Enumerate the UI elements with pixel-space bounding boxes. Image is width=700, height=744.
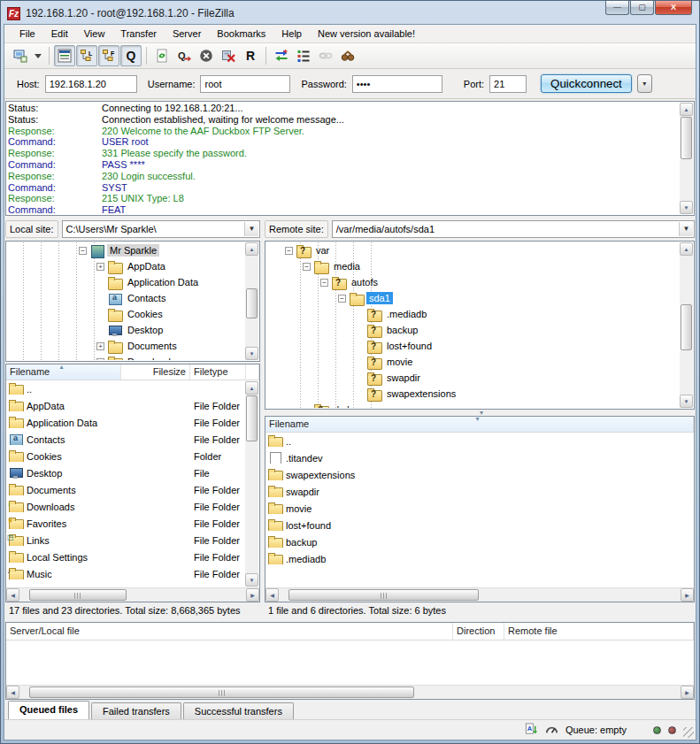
tree-item[interactable]: −media <box>266 258 680 274</box>
find-files-button[interactable] <box>337 45 358 66</box>
scroll-down-arrow-icon[interactable]: ▼ <box>245 347 258 360</box>
scroll-up-arrow-icon[interactable]: ▲ <box>245 242 258 256</box>
local-tree-scrollbar[interactable]: ▲ ▼ <box>245 242 258 360</box>
scroll-up-arrow-icon[interactable]: ▲ <box>680 103 693 116</box>
file-list-row[interactable]: ♪MusicFile Folder <box>6 565 246 582</box>
expander-toggle[interactable]: − <box>338 295 346 303</box>
tree-item[interactable]: −?autofs <box>266 274 680 290</box>
queue-column-header-direction[interactable]: Direction <box>453 623 504 640</box>
scroll-down-arrow-icon[interactable]: ▼ <box>245 573 258 587</box>
scroll-right-arrow-icon[interactable]: ▶ <box>246 588 259 602</box>
scroll-right-arrow-icon[interactable]: ▶ <box>681 686 694 699</box>
file-list-row[interactable]: .mediadb <box>265 550 694 567</box>
remote-list-hscrollbar[interactable]: ◀ ▶ <box>265 587 694 602</box>
tab-failed-transfers[interactable]: Failed transfers <box>91 702 181 719</box>
file-list-row[interactable]: ↓DownloadsFile Folder <box>6 498 246 515</box>
log-scroll-thumb[interactable] <box>681 117 692 159</box>
file-list-row[interactable]: ◳LinksFile Folder <box>6 532 246 548</box>
file-list-row[interactable]: ContactsFile Folder <box>6 431 246 448</box>
scroll-left-arrow-icon[interactable]: ◀ <box>265 588 279 602</box>
file-list-row[interactable]: AppDataFile Folder <box>6 397 246 414</box>
scroll-left-arrow-icon[interactable]: ◀ <box>6 686 19 699</box>
tree-item[interactable]: ?dvd <box>266 402 680 408</box>
queue-column-header-remote-file[interactable]: Remote file <box>504 623 694 640</box>
queue-hscrollbar[interactable]: ◀ ▶ <box>6 685 694 699</box>
column-header-filetype[interactable]: Filetype <box>190 364 246 380</box>
toggle-queue-view-button[interactable]: Q <box>120 45 142 66</box>
tree-item[interactable]: Application Data <box>7 274 245 290</box>
scroll-up-arrow-icon[interactable]: ▲ <box>245 381 258 395</box>
menu-item-transfer[interactable]: Transfer <box>112 27 165 41</box>
tree-item[interactable]: −sda1 <box>266 290 680 306</box>
tree-item[interactable]: Contacts <box>7 290 245 306</box>
local-list-scroll-thumb[interactable] <box>246 395 258 441</box>
tab-successful-transfers[interactable]: Successful transfers <box>183 702 294 719</box>
toggle-remote-tree-button[interactable]: F <box>98 45 119 66</box>
quickconnect-dropdown[interactable]: ▾ <box>637 74 652 93</box>
tree-item[interactable]: −Mr Sparkle <box>7 242 245 258</box>
menu-item-help[interactable]: Help <box>273 27 310 41</box>
resize-grip[interactable] <box>683 727 694 738</box>
expander-toggle[interactable]: − <box>79 247 87 255</box>
menu-item-new-version-available[interactable]: New version available! <box>310 27 423 41</box>
menu-item-edit[interactable]: Edit <box>43 27 76 41</box>
expander-toggle[interactable]: − <box>303 263 311 271</box>
scroll-right-arrow-icon[interactable]: ▶ <box>681 588 694 602</box>
log-scrollbar[interactable]: ▲ ▼ <box>680 103 693 214</box>
local-list-scrollbar[interactable]: ▲ ▼ <box>245 381 258 587</box>
tree-item[interactable]: +Documents <box>7 338 245 354</box>
tree-item[interactable]: ?backup <box>266 322 680 338</box>
file-list-row[interactable]: ★FavoritesFile Folder <box>6 515 246 532</box>
toggle-local-tree-button[interactable]: L <box>76 45 97 66</box>
menu-item-file[interactable]: File <box>12 27 43 41</box>
port-input[interactable] <box>489 75 527 93</box>
menu-item-view[interactable]: View <box>76 27 113 41</box>
scroll-left-arrow-icon[interactable]: ◀ <box>6 588 19 602</box>
password-input[interactable] <box>352 75 442 93</box>
file-list-row[interactable]: CookiesFolder <box>6 448 246 464</box>
username-input[interactable] <box>200 75 290 93</box>
site-manager-button[interactable] <box>10 45 31 66</box>
tree-item[interactable]: Desktop <box>7 322 245 338</box>
tree-item[interactable]: −?var <box>266 242 680 258</box>
tree-item[interactable]: ?swapdir <box>266 370 680 386</box>
remote-tree-scrollbar[interactable]: ▲ ▼ <box>680 242 693 408</box>
scroll-down-arrow-icon[interactable]: ▼ <box>680 395 693 408</box>
host-input[interactable] <box>45 75 137 93</box>
expander-toggle[interactable]: + <box>96 263 104 271</box>
local-list-hscroll-thumb[interactable] <box>29 589 127 601</box>
file-list-row[interactable]: Application DataFile Folder <box>6 414 246 431</box>
tree-item[interactable]: ?movie <box>266 354 680 370</box>
tree-item[interactable]: ?.mediadb <box>266 306 680 322</box>
filter-button[interactable] <box>293 45 314 66</box>
expander-toggle[interactable]: − <box>285 247 293 255</box>
maximize-button[interactable]: ▢ <box>630 1 654 15</box>
remote-list-hscroll-thumb[interactable] <box>288 589 479 601</box>
compare-directories-button[interactable] <box>271 45 292 66</box>
process-queue-button[interactable]: Q <box>173 45 195 66</box>
file-list-row[interactable]: swapdir <box>265 483 694 500</box>
title-bar[interactable]: Fz 192.168.1.20 - root@192.168.1.20 - Fi… <box>1 1 699 24</box>
reconnect-button[interactable]: R <box>240 45 261 66</box>
column-header-filename[interactable]: Filename▴ <box>6 364 121 380</box>
menu-item-server[interactable]: Server <box>165 27 209 41</box>
file-list-row[interactable]: lost+found <box>265 517 694 533</box>
refresh-button[interactable] <box>151 45 173 66</box>
synchronized-browsing-button[interactable] <box>315 45 336 66</box>
minimize-button[interactable]: — <box>605 1 629 15</box>
file-list-row[interactable]: swapextensions <box>265 466 694 483</box>
local-list-hscrollbar[interactable]: ◀ ▶ <box>6 587 259 602</box>
file-list-row[interactable]: backup <box>265 533 694 550</box>
remote-site-combobox[interactable]: /var/media/autofs/sda1 ▼ <box>332 220 695 238</box>
expander-toggle[interactable]: + <box>96 342 104 350</box>
scroll-up-arrow-icon[interactable]: ▲ <box>680 242 693 256</box>
column-header-filesize[interactable]: Filesize <box>121 364 190 380</box>
queue-hscroll-thumb[interactable] <box>29 686 414 698</box>
local-tree-scroll-thumb[interactable] <box>246 288 258 318</box>
tree-item[interactable]: +↓Downloads <box>7 354 245 360</box>
expander-toggle[interactable]: − <box>320 279 328 287</box>
chevron-down-icon[interactable]: ▼ <box>244 222 258 236</box>
site-manager-dropdown[interactable] <box>32 45 44 66</box>
local-site-combobox[interactable]: C:\Users\Mr Sparkle\ ▼ <box>62 220 260 238</box>
file-list-row[interactable]: .. <box>6 380 246 397</box>
